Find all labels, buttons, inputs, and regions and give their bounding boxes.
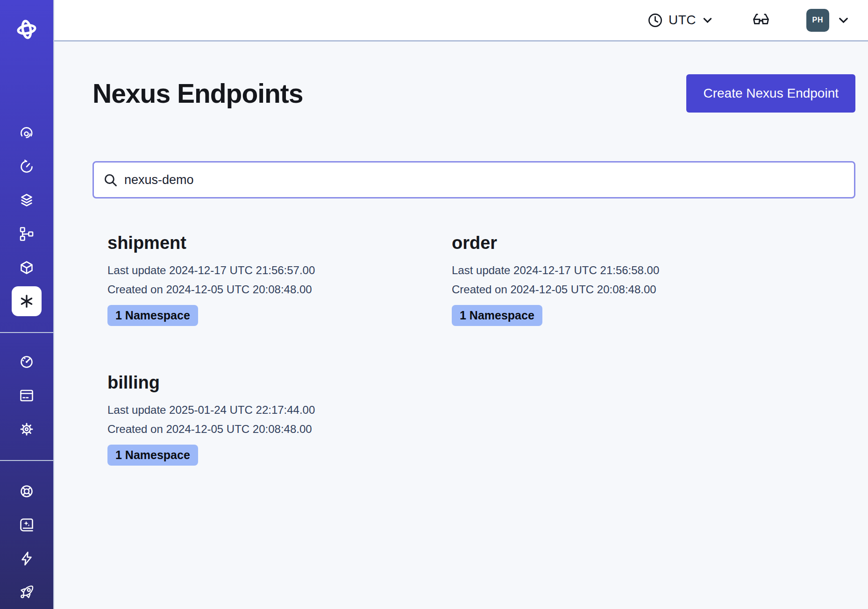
- temporal-logo-icon: [14, 17, 39, 42]
- endpoint-name: shipment: [107, 233, 437, 253]
- asterisk-icon: [18, 292, 36, 310]
- timezone-value: UTC: [669, 13, 696, 28]
- sidebar-item-nexus[interactable]: [12, 286, 42, 316]
- book-sparkle-icon: [18, 517, 35, 533]
- endpoint-last-update: Last update 2024-12-17 UTC 21:56:58.00: [452, 261, 781, 280]
- sidebar-item-feedback[interactable]: [10, 542, 43, 575]
- main-column: UTC PH: [54, 0, 868, 609]
- lifebuoy-icon: [18, 483, 35, 500]
- avatar[interactable]: PH: [806, 9, 829, 32]
- sidebar-item-deployments[interactable]: [10, 251, 43, 284]
- lightning-icon: [18, 550, 35, 567]
- page-title: Nexus Endpoints: [92, 78, 303, 109]
- gear-icon: [18, 421, 35, 438]
- endpoint-card-billing[interactable]: billing Last update 2025-01-24 UTC 22:17…: [92, 373, 437, 466]
- page-header: Nexus Endpoints Create Nexus Endpoint: [92, 74, 855, 113]
- clock-icon: [647, 12, 663, 28]
- namespace-badge: 1 Namespace: [107, 445, 198, 466]
- temporal-logo[interactable]: [14, 0, 39, 59]
- search-box[interactable]: [92, 161, 855, 198]
- create-nexus-endpoint-button[interactable]: Create Nexus Endpoint: [686, 74, 855, 113]
- sidebar: [0, 0, 54, 609]
- user-menu[interactable]: PH: [806, 9, 850, 32]
- sidebar-item-namespaces[interactable]: [10, 184, 43, 217]
- layers-icon: [18, 192, 35, 209]
- endpoint-card-grid: shipment Last update 2024-12-17 UTC 21:5…: [92, 233, 855, 466]
- cube-icon: [18, 259, 35, 276]
- sidebar-item-docs[interactable]: [10, 508, 43, 542]
- browser-card-icon: [18, 387, 35, 404]
- gauge-icon: [18, 354, 35, 370]
- endpoint-last-update: Last update 2024-12-17 UTC 21:56:57.00: [107, 261, 437, 280]
- endpoint-created-on: Created on 2024-12-05 UTC 20:08:48.00: [452, 280, 781, 299]
- namespace-badge: 1 Namespace: [107, 305, 198, 326]
- sidebar-item-billing[interactable]: [10, 379, 43, 412]
- search-icon: [103, 173, 118, 187]
- schedules-icon: [18, 158, 35, 175]
- workflows-icon: [18, 125, 35, 142]
- sidebar-divider: [0, 332, 53, 333]
- sidebar-item-workflows[interactable]: [10, 116, 43, 150]
- top-header: UTC PH: [54, 0, 868, 42]
- glasses-icon: [751, 13, 771, 28]
- chevron-down-icon: [701, 14, 714, 27]
- sidebar-divider: [0, 460, 53, 461]
- search-input[interactable]: [124, 163, 854, 197]
- endpoint-card-order[interactable]: order Last update 2024-12-17 UTC 21:56:5…: [437, 233, 781, 326]
- timezone-select[interactable]: UTC: [647, 12, 714, 28]
- endpoint-created-on: Created on 2024-12-05 UTC 20:08:48.00: [107, 419, 437, 439]
- sidebar-item-schedules[interactable]: [10, 150, 43, 184]
- sidebar-item-settings[interactable]: [10, 412, 43, 446]
- endpoint-name: billing: [107, 373, 437, 393]
- chevron-down-icon: [837, 14, 850, 27]
- sidebar-item-usage[interactable]: [10, 345, 43, 379]
- namespace-badge: 1 Namespace: [452, 305, 542, 326]
- labs-toggle[interactable]: [751, 13, 771, 28]
- endpoint-card-shipment[interactable]: shipment Last update 2024-12-17 UTC 21:5…: [92, 233, 437, 326]
- fork-icon: [18, 226, 35, 242]
- content-area: Nexus Endpoints Create Nexus Endpoint sh…: [54, 42, 868, 609]
- sidebar-item-batch-operations[interactable]: [10, 217, 43, 251]
- app-root: UTC PH: [0, 0, 868, 609]
- sidebar-item-support[interactable]: [10, 474, 43, 508]
- sidebar-item-getting-started[interactable]: [10, 575, 43, 609]
- endpoint-last-update: Last update 2025-01-24 UTC 22:17:44.00: [107, 400, 437, 419]
- endpoint-name: order: [452, 233, 781, 253]
- endpoint-created-on: Created on 2024-12-05 UTC 20:08:48.00: [107, 280, 437, 299]
- rocket-icon: [18, 584, 35, 601]
